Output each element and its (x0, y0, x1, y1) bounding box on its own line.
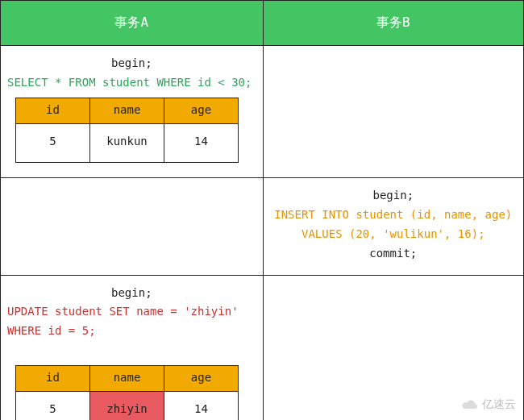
result-header: name (90, 365, 164, 391)
timeline-row: begin;UPDATE student SET name = 'zhiyin'… (1, 275, 524, 420)
sql-line: commit; (268, 244, 518, 264)
result-cell: zhiyin (90, 391, 164, 420)
result-cell: kunkun (90, 123, 164, 163)
result-header: id (16, 365, 90, 391)
sql-line: SELECT * FROM student WHERE id < 30; (6, 73, 258, 93)
timeline-row: begin;SELECT * FROM student WHERE id < 3… (1, 46, 524, 178)
cell-transaction-b: begin;INSERT INTO student (id, name, age… (263, 178, 523, 275)
header-transaction-a: 事务A (1, 1, 264, 46)
watermark: 亿速云 (461, 397, 516, 412)
sql-line: UPDATE student SET name = 'zhiyin' WHERE… (6, 302, 258, 341)
timeline-row: begin;INSERT INTO student (id, name, age… (1, 178, 524, 275)
result-cell: 14 (164, 391, 239, 420)
header-transaction-b: 事务B (263, 1, 523, 46)
watermark-text: 亿速云 (482, 397, 516, 412)
result-cell: 14 (164, 123, 239, 163)
result-header: id (16, 98, 90, 123)
result-header: age (164, 98, 239, 123)
cell-transaction-a: begin;SELECT * FROM student WHERE id < 3… (1, 46, 264, 178)
sql-line (6, 341, 258, 360)
result-table: idnameage5zhiyin14 (15, 365, 239, 420)
sql-line: begin; (6, 54, 258, 73)
sql-line: INSERT INTO student (id, name, age) (268, 206, 518, 225)
cell-transaction-b (263, 46, 523, 178)
transaction-timeline-table: 事务A 事务B begin;SELECT * FROM student WHER… (0, 0, 524, 420)
result-header: age (164, 365, 239, 391)
cell-transaction-a: begin;UPDATE student SET name = 'zhiyin'… (1, 275, 264, 420)
table-row: 5kunkun14 (16, 123, 239, 163)
cloud-icon (461, 398, 479, 411)
table-row: 5zhiyin14 (16, 391, 239, 420)
result-table: idnameage5kunkun14 (15, 98, 239, 164)
sql-line: begin; (6, 284, 258, 303)
sql-line: begin; (268, 186, 518, 206)
result-header: name (90, 98, 164, 123)
header-row: 事务A 事务B (1, 1, 524, 46)
result-cell: 5 (16, 391, 90, 420)
cell-transaction-a (1, 178, 264, 275)
result-cell: 5 (16, 123, 90, 163)
sql-line: VALUES (20, 'wulikun', 16); (268, 225, 518, 244)
